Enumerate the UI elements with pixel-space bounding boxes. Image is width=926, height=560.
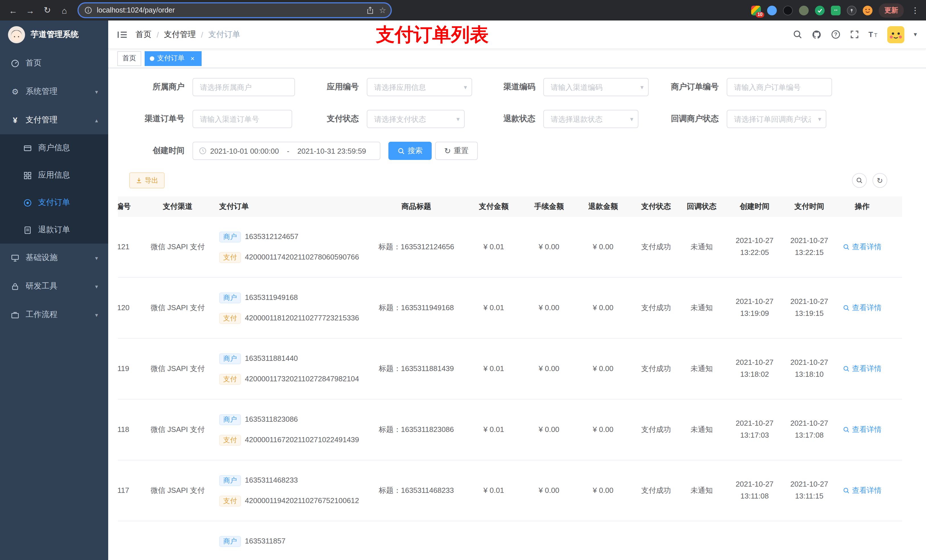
view-detail-link[interactable]: 查看详情 [843,363,882,375]
reload-icon[interactable]: ↻ [40,3,54,18]
refresh-icon: ↻ [444,147,451,155]
tab-pay-order[interactable]: 支付订单 × [145,51,201,66]
url-text: localhost:1024/pay/order [97,6,362,14]
user-avatar[interactable] [888,26,905,43]
briefcase-icon [10,311,20,319]
blue-extension-icon[interactable] [767,5,777,15]
col-refund: 退款金额 [573,196,633,217]
github-icon[interactable] [812,29,822,39]
browser-update-button[interactable]: 更新 [879,3,904,17]
active-tab-dot [150,56,154,60]
logo-avatar-image [8,26,25,43]
back-icon[interactable]: ← [6,3,21,18]
bookmark-star-icon[interactable]: ☆ [379,6,386,15]
sidebar-item-infrastructure[interactable]: 基础设施 ▾ [0,244,108,272]
merchant-select[interactable] [192,78,295,96]
merchant-tag: 商户 [219,475,241,486]
reset-button[interactable]: ↻ 重置 [435,142,478,160]
tab-home[interactable]: 首页 [117,51,141,66]
olive-extension-icon[interactable] [799,5,809,15]
sidebar-item-app-info[interactable]: 应用信息 [0,162,108,189]
merchant-input[interactable] [193,78,294,96]
channel-order-no-input[interactable] [193,110,292,127]
browser-menu-icon[interactable]: ⋮ [910,6,920,15]
colorful-extension-icon[interactable]: 10 [751,5,761,15]
home-icon[interactable]: ⌂ [57,3,72,18]
merchant-order-no-input[interactable] [727,78,831,96]
cell-refund: ¥ 0.00 [573,400,633,460]
browser-profile-avatar[interactable] [863,5,873,15]
site-info-icon[interactable] [84,6,92,14]
sidebar-item-label: 基础设施 [26,253,57,263]
pay-status-select[interactable]: ▾ [367,110,465,128]
tab-close-icon[interactable]: × [189,54,197,62]
create-time-range-picker[interactable]: 2021-10-01 00:00:00 - 2021-10-31 23:59:5… [192,142,380,160]
record-icon [23,198,32,207]
merchant-tag: 商户 [219,231,241,242]
svg-text:?: ? [834,32,837,37]
credit-card-icon [23,144,32,152]
view-detail-link[interactable]: 查看详情 [843,424,882,436]
callback-status-input[interactable] [727,110,826,127]
cell-amount: ¥ 0.01 [462,339,525,399]
refresh-table-button[interactable]: ↻ [873,173,887,188]
dark-extension-icon[interactable] [783,5,793,15]
avatar-caret-icon[interactable]: ▾ [914,31,917,38]
pay-tag: 支付 [219,313,241,323]
table-row: 118 微信 JSAPI 支付 商户1635311823086 支付420000… [118,400,902,460]
sidebar-toggle-icon[interactable] [117,30,127,39]
fullscreen-icon[interactable] [850,30,859,39]
search-icon [843,426,850,433]
breadcrumb: 首页 / 支付管理 / 支付订单 [136,29,240,39]
toggle-search-button[interactable] [852,173,867,188]
app-input[interactable] [367,78,472,96]
cell-status: 支付成功 [633,217,679,277]
sidebar-item-home[interactable]: 首页 [0,49,108,77]
table-row: 117 微信 JSAPI 支付 商户1635311468233 支付420000… [118,460,902,521]
view-detail-link[interactable]: 查看详情 [843,485,882,497]
font-size-icon[interactable]: TT [869,30,878,39]
cell-amount: ¥ 0.01 [462,460,525,521]
sidebar-item-workflow[interactable]: 工作流程 ▾ [0,300,108,329]
sidebar-item-merchant-info[interactable]: 商户信息 [0,134,108,162]
sidebar-item-payment[interactable]: ¥ 支付管理 ▴ [0,106,108,134]
cell-pay-order: 商户1635311823086 支付4200001167202110271022… [211,400,370,460]
address-bar[interactable]: localhost:1024/pay/order ☆ [77,2,392,18]
export-button[interactable]: 导出 [129,172,165,189]
merchant-tag: 商户 [219,536,241,546]
channel-order-no-field[interactable] [192,110,292,128]
search-button[interactable]: 搜索 [388,142,432,160]
cell-status: 支付成功 [633,278,679,338]
breadcrumb-payment[interactable]: 支付管理 [164,29,196,39]
sidebar-item-refund-order[interactable]: 退款订单 [0,216,108,244]
search-icon[interactable] [793,30,803,39]
refund-status-select[interactable]: ▾ [543,110,639,128]
pin-extension-icon[interactable] [847,5,856,15]
sidebar-item-label: 工作流程 [26,309,57,320]
filter-merchant: 所属商户 [120,78,295,96]
pay-status-input[interactable] [367,110,464,127]
callback-status-select[interactable]: ▾ [727,110,826,128]
sidebar-item-system[interactable]: ⚙ 系统管理 ▾ [0,77,108,106]
sidebar-item-pay-order[interactable]: 支付订单 [0,189,108,216]
search-icon [398,147,405,154]
breadcrumb-home[interactable]: 首页 [136,29,151,39]
filter-app: 应用编号 ▾ [296,78,472,96]
sidebar-item-dev-tools[interactable]: 研发工具 ▾ [0,272,108,300]
app-select[interactable]: ▾ [367,78,472,96]
pay-order-no: 4200001181202110277723215336 [245,312,359,324]
merchant-order-no-field[interactable] [727,78,832,96]
chat-extension-icon[interactable] [831,5,841,15]
col-channel: 支付渠道 [145,196,211,217]
view-detail-link[interactable]: 查看详情 [843,302,882,314]
sidebar-item-label: 首页 [26,58,42,68]
cell-fee: ¥ 0.00 [525,460,573,521]
check-extension-icon[interactable] [815,5,825,15]
help-icon[interactable]: ? [831,30,841,39]
app-logo[interactable]: 芋道管理系统 [0,21,108,49]
view-detail-link[interactable]: 查看详情 [843,241,882,253]
extension-badge: 10 [756,12,764,17]
share-icon[interactable] [366,6,374,14]
refund-status-input[interactable] [544,110,638,127]
forward-icon[interactable]: → [23,3,38,18]
